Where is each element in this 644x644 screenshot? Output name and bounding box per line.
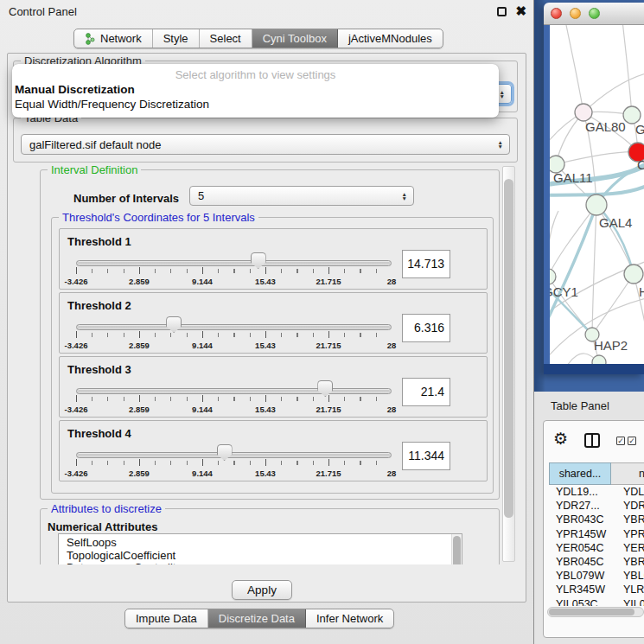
table-scrollbar-thumb[interactable] bbox=[549, 609, 634, 615]
cell-shared-name[interactable]: YPR145W bbox=[549, 528, 611, 542]
tick-label: 21.715 bbox=[316, 277, 341, 286]
cell-name[interactable]: YLR3 bbox=[611, 583, 644, 597]
threshold-4-slider[interactable]: -3.4262.8599.14415.4321.71528 bbox=[76, 421, 392, 481]
column-header-name[interactable]: na bbox=[611, 462, 644, 485]
minimize-traffic-light-icon[interactable] bbox=[570, 8, 581, 19]
algorithm-option-placeholder[interactable]: Select algorithm to view settings bbox=[12, 67, 499, 82]
bottom-tab-infer-network[interactable]: Infer Network bbox=[306, 609, 393, 628]
cell-name[interactable]: YIL0 bbox=[611, 598, 644, 607]
tick-label: 2.859 bbox=[129, 469, 150, 478]
close-traffic-light-icon[interactable] bbox=[551, 8, 562, 19]
table-row[interactable]: YIL053CYIL0 bbox=[549, 598, 644, 607]
cell-shared-name[interactable]: YIL053C bbox=[549, 598, 611, 607]
table-row[interactable]: YER054CYER0 bbox=[549, 542, 644, 556]
cell-shared-name[interactable]: YLR345W bbox=[549, 583, 611, 597]
cell-shared-name[interactable]: YDL19... bbox=[549, 486, 611, 500]
attribute-item-betweennesscentrality[interactable]: BetweennessCentrality bbox=[59, 562, 462, 564]
slider-track[interactable] bbox=[76, 260, 392, 266]
number-of-intervals-combobox[interactable]: 5 ▲▼ bbox=[189, 186, 414, 206]
checkbox-icon[interactable]: ✓ bbox=[616, 437, 625, 445]
checkbox-icon[interactable]: ✓ bbox=[628, 437, 636, 445]
threshold-1-value-field[interactable]: 14.713 bbox=[402, 250, 450, 278]
attributes-scrollbar-thumb[interactable] bbox=[453, 536, 461, 564]
bottom-tab-label: Infer Network bbox=[316, 612, 383, 625]
attribute-item-selfloops[interactable]: SelfLoops bbox=[59, 534, 462, 550]
algorithm-option-manual-discretization[interactable]: Manual Discretization bbox=[12, 82, 499, 97]
network-node[interactable] bbox=[592, 355, 606, 364]
node-label-gal11: GAL11 bbox=[553, 170, 593, 185]
cell-name[interactable]: YBR0 bbox=[611, 513, 644, 527]
split-columns-icon[interactable] bbox=[584, 433, 600, 448]
table-row[interactable]: YPR145WYPR1 bbox=[549, 528, 644, 542]
table-row[interactable]: YDL19...YDL1 bbox=[549, 486, 644, 500]
table-horizontal-scrollbar[interactable] bbox=[547, 607, 644, 617]
tick-label: 2.859 bbox=[129, 277, 150, 286]
table-rows: YDL19...YDL1YDR27...YDR2YBR043CYBR0YPR14… bbox=[549, 486, 644, 606]
table-row[interactable]: YBR043CYBR0 bbox=[549, 513, 644, 527]
threshold-2-slider[interactable]: -3.4262.8599.14415.4321.71528 bbox=[76, 293, 392, 354]
slider-tick-labels: -3.4262.8599.14415.4321.71528 bbox=[76, 469, 392, 479]
network-node-gal80[interactable] bbox=[575, 104, 592, 121]
cell-name[interactable]: YDL1 bbox=[611, 486, 644, 500]
column-header-shared-name[interactable]: shared... bbox=[549, 462, 611, 485]
network-node-gal4[interactable] bbox=[586, 194, 607, 215]
tab-jactivemnodules[interactable]: jActiveMNodules bbox=[338, 29, 443, 48]
tab-cyni-toolbox[interactable]: Cyni Toolbox bbox=[252, 29, 338, 48]
numerical-attributes-list[interactable]: SelfLoopsTopologicalCoefficientBetweenne… bbox=[58, 533, 462, 564]
panel-scrollbar-thumb[interactable] bbox=[504, 179, 513, 518]
number-of-intervals-label: Number of Intervals bbox=[73, 192, 179, 205]
slider-track[interactable] bbox=[76, 452, 392, 458]
threshold-3-slider[interactable]: -3.4262.8599.14415.4321.71528 bbox=[76, 357, 392, 418]
cell-name[interactable]: YPR1 bbox=[611, 528, 644, 542]
network-icon bbox=[85, 33, 96, 45]
table-row[interactable]: YBR045CYBR0 bbox=[549, 556, 644, 570]
node-label-c: C bbox=[637, 157, 644, 172]
cell-shared-name[interactable]: YER054C bbox=[549, 542, 611, 556]
attribute-item-topologicalcoefficient[interactable]: TopologicalCoefficient bbox=[59, 550, 462, 563]
cell-shared-name[interactable]: YBR045C bbox=[549, 556, 611, 570]
table-row[interactable]: YDR27...YDR2 bbox=[549, 500, 644, 513]
tab-style[interactable]: Style bbox=[153, 29, 200, 48]
algorithm-option-equal-width-frequency-discretization[interactable]: Equal Width/Frequency Discretization bbox=[12, 97, 499, 112]
tick-label: -3.426 bbox=[65, 341, 88, 350]
network-node-ga[interactable] bbox=[623, 106, 641, 124]
tick-label: -3.426 bbox=[65, 469, 88, 478]
network-window-titlebar[interactable] bbox=[544, 3, 644, 25]
threshold-1-slider[interactable]: -3.4262.8599.14415.4321.71528 bbox=[76, 229, 392, 290]
network-node-h[interactable] bbox=[624, 265, 643, 284]
threshold-2-value-field[interactable]: 6.316 bbox=[402, 314, 450, 342]
network-window-bottom-border bbox=[544, 364, 644, 374]
tab-select[interactable]: Select bbox=[200, 29, 252, 48]
table-header-row: shared... na bbox=[549, 462, 644, 485]
cell-name[interactable]: YER0 bbox=[611, 542, 644, 556]
tab-label: Cyni Toolbox bbox=[263, 32, 327, 45]
bottom-tab-discretize-data[interactable]: Discretize Data bbox=[208, 609, 306, 628]
cell-shared-name[interactable]: YDR27... bbox=[549, 500, 611, 513]
cell-shared-name[interactable]: YBL079W bbox=[549, 570, 611, 583]
table-row[interactable]: YBL079WYBL0 bbox=[549, 570, 644, 583]
threshold-3-value-field[interactable]: 21.4 bbox=[402, 378, 450, 406]
settings-gear-icon[interactable]: ⚙ bbox=[553, 429, 568, 449]
slider-track[interactable] bbox=[76, 388, 392, 394]
apply-button[interactable]: Apply bbox=[232, 580, 292, 600]
float-window-icon[interactable] bbox=[497, 7, 507, 16]
threshold-4-value-field[interactable]: 11.344 bbox=[402, 442, 450, 470]
bottom-tab-impute-data[interactable]: Impute Data bbox=[125, 609, 208, 628]
cell-shared-name[interactable]: YBR043C bbox=[549, 513, 611, 527]
table-row[interactable]: YLR345WYLR3 bbox=[549, 583, 644, 597]
cell-name[interactable]: YBL0 bbox=[611, 570, 644, 583]
node-label-gal80: GAL80 bbox=[585, 119, 626, 134]
tab-network[interactable]: Network bbox=[74, 29, 153, 48]
zoom-traffic-light-icon[interactable] bbox=[589, 8, 600, 19]
cell-name[interactable]: YBR0 bbox=[611, 556, 644, 570]
attributes-list-scrollbar[interactable] bbox=[451, 534, 462, 564]
slider-tick-labels: -3.4262.8599.14415.4321.71528 bbox=[76, 341, 392, 351]
network-canvas[interactable]: GAL80GACGAL11GAL4GCY1HHAP2 bbox=[544, 25, 644, 364]
interval-definition-group-title: Interval Definition bbox=[48, 164, 141, 176]
slider-track[interactable] bbox=[76, 324, 392, 330]
table-data-combobox[interactable]: galFiltered.sif default node ▲▼ bbox=[21, 134, 510, 155]
close-icon[interactable]: ✖ bbox=[515, 3, 526, 19]
panel-vertical-scrollbar[interactable] bbox=[502, 166, 515, 562]
network-node-gcy1[interactable] bbox=[550, 269, 556, 284]
cell-name[interactable]: YDR2 bbox=[611, 500, 644, 513]
